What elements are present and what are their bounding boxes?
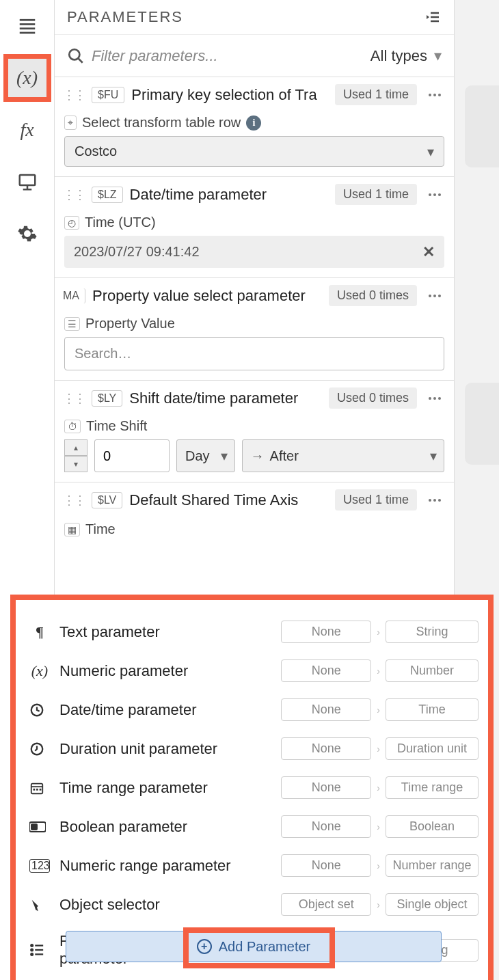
output-type-pill[interactable]: Duration unit: [386, 737, 478, 760]
output-type-pill[interactable]: Time range: [386, 776, 478, 799]
input-type-pill[interactable]: None: [281, 854, 371, 877]
more-menu-icon[interactable]: [424, 492, 446, 508]
settings-icon[interactable]: [8, 215, 46, 253]
output-type-pill[interactable]: Boolean: [386, 815, 478, 838]
shift-direction-value: After: [270, 448, 299, 464]
datetime-value: 2023/07/27 09:41:42: [74, 244, 200, 259]
add-parameter-menu: ¶ Text parameter None › String (x) Numer…: [10, 595, 494, 980]
parameter-block: ⋮⋮ $LY Shift date/time parameter Used 0 …: [55, 381, 454, 482]
parameter-block: ⋮⋮ $LZ Date/time parameter Used 1 time ◴…: [55, 177, 454, 278]
chevron-right-icon: ›: [377, 821, 380, 832]
chevron-right-icon: ›: [377, 705, 380, 716]
chevron-right-icon: ›: [377, 782, 380, 793]
more-menu-icon[interactable]: [424, 390, 446, 407]
svg-rect-33: [36, 788, 38, 790]
step-down-button[interactable]: ▾: [64, 456, 87, 472]
svg-rect-32: [33, 788, 36, 790]
parameters-tab-icon[interactable]: (x): [8, 59, 46, 97]
drag-handle-icon[interactable]: ⋮⋮: [63, 187, 85, 202]
highlight-box: [183, 927, 335, 968]
output-type-pill[interactable]: Single object: [386, 893, 478, 916]
input-type-pill[interactable]: None: [281, 659, 371, 682]
add-menu-item[interactable]: Boolean parameter None › Boolean: [29, 807, 478, 846]
svg-point-24: [438, 397, 441, 400]
usage-badge: Used 1 time: [335, 489, 417, 511]
add-menu-item[interactable]: (x) Numeric parameter None › Number: [29, 651, 478, 690]
svg-point-23: [433, 397, 436, 400]
param-title: Shift date/time parameter: [129, 390, 322, 407]
parameter-block: ⋮⋮ $FU Primary key selection of Tra Used…: [55, 77, 454, 177]
panel-title: PARAMETERS: [67, 8, 183, 26]
shift-number-input[interactable]: [94, 439, 170, 472]
field-label-row: ⌖ Select transform table row i: [64, 112, 444, 136]
input-type-pill[interactable]: None: [281, 621, 371, 643]
param-tag: MA: [63, 288, 85, 303]
drag-handle-icon[interactable]: ⋮⋮: [63, 391, 85, 406]
fx-tab-icon[interactable]: fx: [8, 111, 46, 149]
more-menu-icon[interactable]: [424, 87, 446, 103]
param-tag: $LY: [92, 390, 122, 407]
add-menu-item[interactable]: Date/time parameter None › Time: [29, 690, 478, 729]
svg-rect-36: [31, 824, 38, 830]
input-type-pill[interactable]: None: [281, 698, 371, 721]
add-menu-item[interactable]: Object selector Object set › Single obje…: [29, 885, 478, 924]
presentation-icon[interactable]: [8, 163, 46, 201]
svg-point-27: [438, 499, 441, 502]
input-type-pill[interactable]: None: [281, 737, 371, 760]
clock-icon: ◴: [64, 216, 79, 230]
panel-header: PARAMETERS: [55, 0, 454, 35]
collapse-icon[interactable]: [425, 9, 442, 25]
type-filter-select[interactable]: All types ▾: [365, 47, 447, 65]
add-menu-item[interactable]: 123 Numeric range parameter None › Numbe…: [29, 846, 478, 885]
field-label: Time Shift: [86, 418, 147, 434]
chevron-right-icon: ›: [377, 627, 380, 638]
more-menu-icon[interactable]: [424, 187, 446, 203]
field-label-row: ☰ Property Value: [64, 313, 444, 337]
param-title: Primary key selection of Tra: [131, 86, 328, 104]
output-type-pill[interactable]: Number range: [386, 854, 478, 877]
input-type-pill[interactable]: None: [281, 815, 371, 838]
shift-unit-select[interactable]: Day: [176, 439, 235, 472]
input-type-pill[interactable]: Object set: [281, 893, 371, 916]
usage-badge: Used 1 time: [335, 84, 417, 105]
drag-handle-icon[interactable]: ⋮⋮: [63, 493, 85, 508]
duration-icon: [29, 741, 50, 757]
shift-direction-select[interactable]: → After: [242, 439, 444, 472]
numeric-range-icon: 123: [29, 859, 50, 873]
value-text: Costco: [75, 144, 117, 159]
text-icon: ¶: [29, 623, 50, 641]
field-label-row: ▦ Time: [55, 517, 454, 541]
add-menu-label: Object selector: [59, 896, 271, 914]
clear-icon[interactable]: ✕: [422, 243, 435, 261]
svg-point-17: [433, 193, 436, 196]
input-type-pill[interactable]: None: [281, 776, 371, 799]
param-tag: $LZ: [92, 187, 123, 203]
param-title: Default Shared Time Axis: [129, 491, 328, 509]
property-search-input[interactable]: [64, 337, 444, 370]
add-menu-label: Numeric range parameter: [59, 857, 271, 875]
type-filter-label: All types: [370, 47, 427, 65]
add-menu-item[interactable]: ¶ Text parameter None › String: [29, 612, 478, 651]
datetime-input[interactable]: 2023/07/27 09:41:42 ✕: [64, 236, 444, 268]
more-menu-icon[interactable]: [424, 288, 446, 304]
svg-point-22: [429, 397, 431, 400]
filter-input[interactable]: [90, 46, 365, 66]
chevron-right-icon: ›: [377, 666, 380, 677]
output-type-pill[interactable]: Number: [386, 659, 478, 682]
property-list-icon: [29, 942, 50, 957]
menu-icon[interactable]: [8, 7, 46, 45]
field-label: Property Value: [85, 316, 175, 331]
add-menu-item[interactable]: Duration unit parameter None › Duration …: [29, 729, 478, 768]
output-type-pill[interactable]: String: [386, 621, 478, 643]
timer-icon: ⏱: [64, 420, 81, 433]
key-icon: ⌖: [64, 115, 77, 130]
step-up-button[interactable]: ▴: [64, 439, 87, 456]
calendar-icon: [29, 780, 50, 795]
parameter-block: ⋮⋮ $LV Default Shared Time Axis Used 1 t…: [55, 482, 454, 541]
output-type-pill[interactable]: Time: [386, 698, 478, 721]
drag-handle-icon[interactable]: ⋮⋮: [63, 87, 85, 103]
value-select[interactable]: Costco: [64, 136, 444, 167]
field-label: Select transform table row: [82, 115, 241, 131]
add-menu-item[interactable]: Time range parameter None › Time range: [29, 768, 478, 807]
info-icon[interactable]: i: [246, 115, 261, 131]
